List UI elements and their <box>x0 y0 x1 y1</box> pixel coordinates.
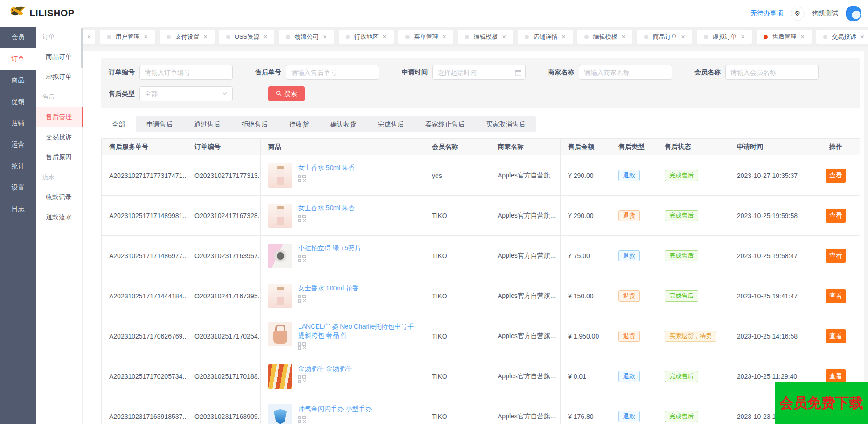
submenu-entry[interactable]: 订单 <box>36 27 82 47</box>
status-filter-chip[interactable]: 卖家终止售后 <box>415 116 475 132</box>
close-icon[interactable]: × <box>860 34 864 40</box>
status-filter-chip[interactable]: 完成售后 <box>367 116 415 132</box>
username-label: 狗凯测试 <box>812 9 838 18</box>
close-icon[interactable]: × <box>264 34 267 40</box>
service-sn-cell: A2023102517170626769... <box>102 316 187 356</box>
submenu-entry-label: 售后管理 <box>46 113 72 121</box>
status-filter-chip[interactable]: 买家取消售后 <box>475 116 536 132</box>
qr-code-icon[interactable] <box>298 175 355 182</box>
submenu-entry[interactable]: 交易投诉 <box>36 127 82 147</box>
page-tab[interactable]: 虚拟订单 × <box>697 30 752 44</box>
submenu-entry[interactable]: 售后 <box>36 87 82 107</box>
close-icon[interactable]: × <box>382 34 386 40</box>
close-icon[interactable]: × <box>800 34 804 40</box>
close-icon[interactable]: × <box>442 34 446 40</box>
submenu-entry[interactable]: 虚拟订单 <box>36 67 82 87</box>
submenu-entry[interactable]: 商品订单 <box>36 47 82 67</box>
service-no-input[interactable] <box>286 65 379 80</box>
qr-code-icon[interactable] <box>298 375 352 383</box>
type-cell: 退货 <box>611 316 657 356</box>
page-tab-label: OSS资源 <box>235 33 259 41</box>
scrollbar-thumb[interactable] <box>81 28 83 68</box>
apply-time-input[interactable] <box>432 65 526 80</box>
type-cell: 退款 <box>611 236 657 276</box>
sidebar-item[interactable]: 商品 <box>0 70 36 91</box>
qr-code-icon[interactable] <box>298 342 417 350</box>
qr-code-icon[interactable] <box>298 215 355 222</box>
page-tab[interactable]: × <box>83 30 95 44</box>
sidebar-item[interactable]: 促销 <box>0 91 36 113</box>
page-tab[interactable]: 商品订单 × <box>637 30 692 44</box>
sidebar-item[interactable]: 订单 <box>0 48 36 70</box>
view-button[interactable]: 查看 <box>826 329 846 343</box>
page-tab[interactable]: 菜单管理 × <box>398 30 453 44</box>
product-link[interactable]: 女士香水 50ml 果香 <box>298 204 355 212</box>
view-button[interactable]: 查看 <box>826 209 846 223</box>
status-filter-chip[interactable]: 申请售后 <box>136 116 183 132</box>
view-button[interactable]: 查看 <box>826 249 846 263</box>
status-filter-chip[interactable]: 拒绝售后 <box>231 116 278 132</box>
submenu-entry[interactable]: 售后原因 <box>36 147 82 167</box>
status-filter-chip[interactable]: 待收货 <box>278 116 319 132</box>
submenu-entry[interactable]: 收款记录 <box>36 187 82 207</box>
sidebar-item[interactable]: 运营 <box>0 134 36 155</box>
page-tab[interactable]: 售后管理 × <box>757 30 812 44</box>
promo-overlay[interactable]: 会员免费下载 <box>775 382 868 424</box>
sidebar-item[interactable]: 店铺 <box>0 113 36 134</box>
close-icon[interactable]: × <box>681 34 685 40</box>
todo-link[interactable]: 无待办事项 <box>750 9 783 18</box>
status-filter-chip[interactable]: 通过售后 <box>183 116 231 132</box>
view-button[interactable]: 查看 <box>826 289 846 303</box>
page-tab[interactable]: 行政地区 × <box>339 30 394 44</box>
settings-button[interactable]: ⚙ <box>791 7 805 21</box>
page-tab[interactable]: OSS资源 × <box>219 30 274 44</box>
qr-code-icon[interactable] <box>298 416 372 423</box>
close-icon[interactable]: × <box>502 34 506 40</box>
search-form-row-2: 售后类型 全部 搜索 <box>109 86 860 101</box>
product-link[interactable]: LANCEL/兰姿 Neo Charlie托特包中号手提斜挎包 奢品 件 <box>298 322 417 340</box>
qr-code-icon[interactable] <box>298 255 361 262</box>
sidebar-item-label: 店铺 <box>12 119 25 127</box>
product-link[interactable]: 小红拍立得 绿 +5照片 <box>298 244 361 253</box>
tab-status-dot-icon <box>405 35 410 39</box>
service-sn-cell: A2023102517170205734... <box>102 356 187 396</box>
page-tab[interactable]: 支付设置 × <box>160 30 215 44</box>
sidebar-item[interactable]: 日志 <box>0 198 36 220</box>
sidebar-item[interactable]: 统计 <box>0 155 36 177</box>
member-name-input[interactable] <box>725 65 819 80</box>
submenu-entry[interactable]: 售后管理 <box>36 107 82 127</box>
close-icon[interactable]: × <box>144 34 147 40</box>
status-filter-chip[interactable]: 确认收货 <box>319 116 367 132</box>
product-link[interactable]: 帅气金闪闪手办 小型手办 <box>298 404 372 413</box>
product-link[interactable]: 女士香水 100ml 花香 <box>298 284 359 293</box>
submenu-entry[interactable]: 退款流水 <box>36 207 82 227</box>
close-icon[interactable]: × <box>87 34 91 40</box>
close-icon[interactable]: × <box>323 34 326 40</box>
avatar[interactable] <box>846 6 861 21</box>
view-button[interactable]: 查看 <box>826 369 846 383</box>
page-tab[interactable]: 编辑模板 × <box>458 30 513 44</box>
page-tab[interactable]: 店铺详情 × <box>518 30 573 44</box>
page-tab[interactable]: 编辑模板 × <box>577 30 632 44</box>
view-button[interactable]: 查看 <box>826 169 846 183</box>
close-icon[interactable]: × <box>562 34 565 40</box>
service-type-select[interactable]: 全部 <box>139 86 233 101</box>
product-link[interactable]: 金汤肥牛 金汤肥牛 <box>298 364 352 373</box>
close-icon[interactable]: × <box>203 34 207 40</box>
close-icon[interactable]: × <box>741 34 744 40</box>
close-icon[interactable]: × <box>621 34 625 40</box>
store-name-input[interactable] <box>579 65 672 80</box>
page-tab[interactable]: 交易投诉 × <box>816 30 868 44</box>
search-button[interactable]: 搜索 <box>268 86 305 101</box>
page-tab-label: 支付设置 <box>175 33 199 41</box>
page-tab[interactable]: 用户管理 × <box>100 30 155 44</box>
submenu-entry[interactable]: 流水 <box>36 167 82 187</box>
product-link[interactable]: 女士香水 50ml 果香 <box>298 163 355 172</box>
qr-code-icon[interactable] <box>298 295 359 303</box>
status-filter-label: 申请售后 <box>146 120 173 128</box>
order-no-input[interactable] <box>139 65 233 80</box>
status-filter-chip[interactable]: 全部 <box>101 116 136 132</box>
page-tab[interactable]: 物流公司 × <box>279 30 334 44</box>
sidebar-item[interactable]: 会员 <box>0 27 36 48</box>
sidebar-item[interactable]: 设置 <box>0 177 36 198</box>
